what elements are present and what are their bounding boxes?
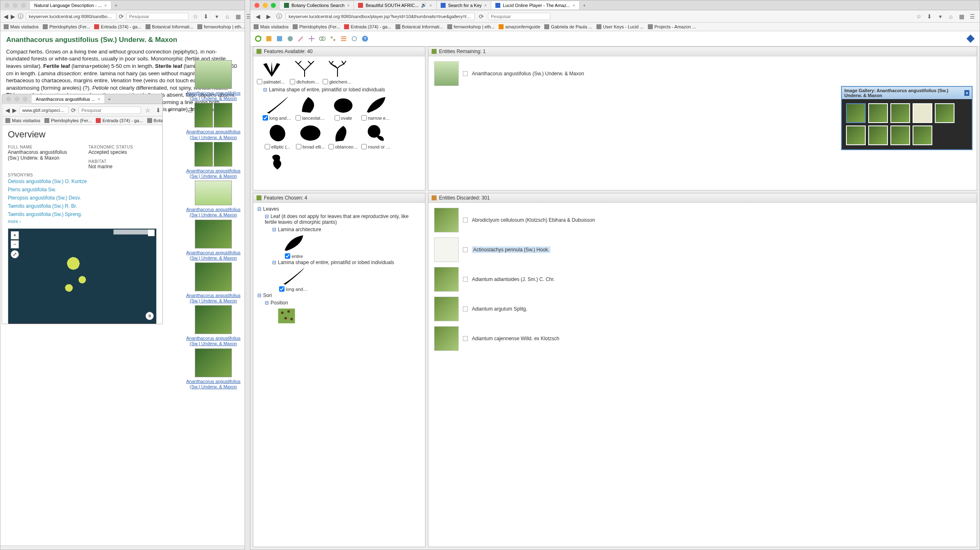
- image-caption-link[interactable]: Ananthacorus angustifolius (Sw.) Underw.…: [185, 379, 242, 390]
- wand-icon[interactable]: [297, 35, 305, 42]
- reload-button[interactable]: ⟳: [477, 12, 485, 21]
- image-caption-link[interactable]: Ananthacorus angustifolius (Sw.) Underw.…: [185, 336, 242, 346]
- star-icon[interactable]: ☆: [191, 12, 199, 21]
- bookmark-item[interactable]: fernworkshop | eth...: [197, 24, 245, 29]
- zoom-in-button[interactable]: +: [11, 231, 19, 239]
- species-image[interactable]: [194, 142, 213, 167]
- url-input[interactable]: keyserver.lucidcentral.org:8080/sandbox/…: [26, 13, 116, 20]
- info-page-icon[interactable]: [463, 71, 468, 76]
- minimize-window-icon[interactable]: [13, 3, 18, 8]
- species-image[interactable]: [195, 348, 232, 377]
- tab-botany[interactable]: Botany Collections Search×: [280, 1, 354, 9]
- species-image[interactable]: [214, 142, 232, 167]
- feature-checkbox[interactable]: [296, 144, 301, 149]
- thumbnail-view-icon[interactable]: [351, 35, 358, 42]
- maximize-window-icon[interactable]: [271, 3, 276, 8]
- bookmark-item[interactable]: Pteridophytes (Fer...: [43, 24, 90, 29]
- tree-node[interactable]: ⊟Lamina architecture: [272, 226, 421, 233]
- tree-node[interactable]: ⊟Leaf (it does not apply for leaves that…: [265, 213, 421, 226]
- overflow-icon[interactable]: »: [176, 106, 184, 114]
- feature-option[interactable]: gleichenia...: [323, 59, 352, 84]
- feature-option[interactable]: dichotomou...: [290, 59, 319, 84]
- bookmark-item[interactable]: Mais visitados: [254, 24, 289, 29]
- info-page-icon[interactable]: [463, 306, 468, 311]
- chosen-feature[interactable]: [272, 306, 301, 325]
- new-tab-button[interactable]: +: [105, 97, 114, 102]
- feature-option[interactable]: elliptic (...: [263, 124, 292, 149]
- horizontal-scrollbar[interactable]: [0, 545, 245, 550]
- new-tab-button[interactable]: +: [111, 3, 120, 8]
- map-layers-button[interactable]: ≡: [146, 312, 154, 320]
- home-icon[interactable]: ⌂: [223, 12, 231, 21]
- bookmark-item[interactable]: Pteridophytes (Fer...: [293, 24, 340, 29]
- feature-checkbox[interactable]: [323, 79, 328, 84]
- downloads-icon[interactable]: ▾: [165, 106, 173, 114]
- more-link[interactable]: more ›: [8, 219, 21, 224]
- info-page-icon[interactable]: [463, 247, 468, 252]
- feature-option[interactable]: broad elli...: [296, 124, 325, 149]
- entity-thumbnail[interactable]: [434, 61, 459, 86]
- bookmark-item[interactable]: Entrada (374) - ga...: [94, 24, 141, 29]
- feature-option[interactable]: oblanceola...: [329, 124, 358, 149]
- subsets-icon[interactable]: [329, 35, 337, 42]
- close-window-icon[interactable]: [254, 3, 259, 8]
- feature-checkbox[interactable]: [361, 144, 367, 149]
- close-tab-icon[interactable]: ×: [484, 3, 487, 8]
- tree-node[interactable]: ⊟Lamina shape of entire, pinnatifid or l…: [272, 259, 421, 266]
- pocket-icon[interactable]: ⬇: [154, 106, 162, 114]
- species-image[interactable]: [214, 103, 232, 128]
- info-icon[interactable]: ⓘ: [275, 12, 283, 21]
- collapse-icon[interactable]: ⊟: [272, 260, 276, 265]
- tree-node[interactable]: ⊟Leaves: [257, 205, 421, 213]
- gallery-image[interactable]: [868, 125, 888, 145]
- info-icon[interactable]: ⓘ: [18, 12, 23, 21]
- feature-checkbox[interactable]: [296, 115, 301, 121]
- feature-checkbox[interactable]: [335, 115, 340, 121]
- menu-icon[interactable]: ☰: [968, 12, 976, 21]
- feature-checkbox[interactable]: [361, 115, 367, 121]
- close-tab-icon[interactable]: ×: [573, 3, 575, 8]
- bookmark-item[interactable]: amazonfernguide: [499, 24, 540, 29]
- minimize-window-icon[interactable]: [14, 97, 19, 102]
- home-icon[interactable]: ⌂: [947, 12, 955, 21]
- pocket-icon[interactable]: ⬇: [202, 12, 210, 21]
- species-image[interactable]: [195, 305, 232, 334]
- feature-checkbox[interactable]: [290, 79, 295, 84]
- collapse-icon[interactable]: ⊟: [265, 214, 269, 219]
- help-icon[interactable]: ?: [361, 35, 369, 42]
- bookmark-item[interactable]: Mais visitados: [4, 24, 39, 29]
- gallery-image[interactable]: [846, 125, 866, 145]
- image-caption-link[interactable]: Ananthacorus angustifolius (Sw.) Underw.…: [185, 168, 242, 179]
- species-image[interactable]: [194, 103, 213, 128]
- info-page-icon[interactable]: [463, 277, 468, 282]
- list-view-icon[interactable]: [340, 35, 347, 42]
- gallery-image[interactable]: [846, 103, 866, 123]
- star-icon[interactable]: ☆: [143, 106, 152, 114]
- tab-gbif[interactable]: Ananthacorus angustifolius ... ×: [32, 95, 105, 103]
- entity-item[interactable]: Adiantum cajennense Willd. ex Klotzsch: [432, 324, 973, 353]
- sound-icon[interactable]: 🔊: [421, 2, 427, 8]
- image-caption-link[interactable]: Ananthacorus angustifolius (Sw.) Underw.…: [185, 129, 242, 140]
- close-tab-icon[interactable]: ×: [347, 3, 349, 8]
- close-window-icon[interactable]: [5, 3, 9, 8]
- collapse-icon[interactable]: ⊟: [272, 227, 276, 232]
- downloads-icon[interactable]: ▾: [213, 12, 221, 21]
- maximize-window-icon[interactable]: [21, 3, 26, 8]
- downloads-icon[interactable]: ▾: [936, 12, 944, 21]
- tab-search-key[interactable]: Search for a Key×: [437, 1, 491, 9]
- bookmark-item[interactable]: Entrada (374) - ga...: [344, 24, 391, 29]
- synonym-link[interactable]: Oetosis angustifolia (Sw.) O. Kuntze: [8, 177, 157, 186]
- feature-option[interactable]: lanceolate...: [296, 95, 325, 121]
- gallery-image[interactable]: [868, 103, 888, 123]
- differences-icon[interactable]: [319, 35, 326, 42]
- entity-item[interactable]: Abrodictyum cellulosum (Klotzsch) Ebihar…: [432, 205, 973, 235]
- grid-icon[interactable]: ▦: [957, 12, 966, 21]
- feature-option[interactable]: palmately ...: [257, 59, 286, 84]
- feature-option[interactable]: long and n...: [263, 95, 292, 121]
- best-icon[interactable]: [265, 35, 273, 42]
- entity-item[interactable]: Adiantum adiantoides (J. Sm.) C. Chr.: [432, 265, 973, 294]
- feature-checkbox[interactable]: [328, 144, 334, 149]
- search-input[interactable]: [126, 13, 189, 20]
- synonym-link[interactable]: Taenitis angustifolia (Sw.) Spreng.: [8, 210, 157, 218]
- map-timeline[interactable]: ▼ Pre 1900 1900s 1910s 1920s 1930s 1940s…: [8, 323, 156, 324]
